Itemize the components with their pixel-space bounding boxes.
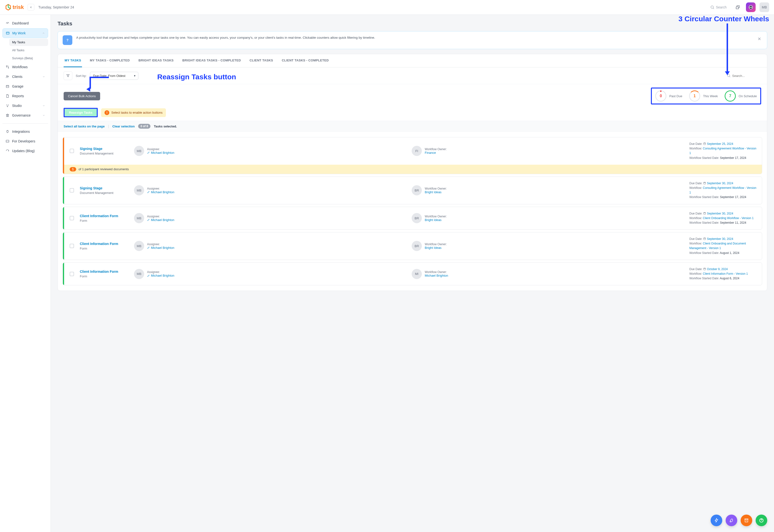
search-input[interactable]: [732, 74, 761, 78]
sidebar-item-garage[interactable]: Garage: [2, 82, 48, 91]
task-card: Client Information FormFormMBAssignee: M…: [63, 262, 762, 286]
search-icon: [727, 74, 731, 78]
cancel-bulk-button[interactable]: Cancel Bulk Actions: [64, 92, 100, 100]
svg-rect-13: [704, 182, 706, 184]
global-search[interactable]: Search: [707, 4, 729, 11]
inline-search[interactable]: [727, 74, 761, 78]
sidebar-item-reports[interactable]: Reports: [2, 91, 48, 101]
owner-link[interactable]: Bright Ideas: [425, 190, 447, 194]
assignee-link[interactable]: Michael Brighton: [147, 246, 174, 250]
sidebar-item-developers[interactable]: For Developers: [2, 137, 48, 146]
sort-label: Sort by:: [76, 74, 87, 78]
workflow-link[interactable]: Client Information Form - Version 1: [703, 272, 748, 275]
fab-lightning[interactable]: [711, 515, 722, 526]
task-checkbox[interactable]: [70, 149, 74, 153]
chevron-down-icon: [42, 114, 45, 117]
counter-circle: 1: [689, 90, 700, 102]
svg-point-3: [751, 7, 752, 8]
counter-pastdue[interactable]: 0 Past Due: [655, 90, 682, 102]
sidebar-sub-mytasks[interactable]: My Tasks: [9, 38, 48, 46]
assignee-avatar: MB: [134, 185, 144, 195]
due-date-link[interactable]: September 30, 2024: [707, 212, 733, 215]
tab-client-completed[interactable]: CLIENT TASKS - COMPLETED: [281, 54, 330, 67]
participant-row: 1of 1 participant reviewed documents: [63, 165, 762, 174]
tab-brightideas[interactable]: BRIGHT IDEAS TASKS: [138, 54, 175, 67]
owner-avatar: BR: [412, 241, 422, 251]
user-avatar[interactable]: MB: [759, 2, 769, 12]
clear-selection-link[interactable]: Clear selection: [112, 125, 135, 128]
owner-link[interactable]: Bright Ideas: [425, 218, 447, 222]
sidebar-sub-surveys[interactable]: Surveys (Beta): [9, 54, 48, 62]
svg-point-11: [728, 74, 730, 77]
counter-thisweek[interactable]: 1 This Week: [689, 90, 718, 102]
sidebar-label: Dashboard: [12, 21, 29, 25]
tab-brightideas-completed[interactable]: BRIGHT IDEAS TASKS - COMPLETED: [181, 54, 242, 67]
owner-label: Workflow Owner:: [425, 187, 447, 190]
fab-rocket[interactable]: [726, 515, 737, 526]
sidebar-label: Updates (Blog): [12, 149, 35, 153]
chat-button[interactable]: [733, 3, 742, 12]
sidebar-label: Clients: [12, 75, 22, 79]
sidebar-label: Integrations: [12, 130, 30, 133]
sidebar-collapse-button[interactable]: [28, 4, 34, 11]
participant-text: of 1 participant reviewed documents: [79, 167, 129, 171]
current-date: Tuesday, September 24: [38, 5, 74, 9]
brand-logo[interactable]: trisk: [5, 4, 24, 11]
workflow-link[interactable]: Consulting Agreement Workflow - Version …: [689, 147, 756, 155]
task-title-link[interactable]: Signing Stage: [80, 147, 128, 151]
counter-onschedule[interactable]: 7 On Schedule: [725, 90, 757, 102]
assignee-link[interactable]: Michael Brighton: [147, 190, 174, 194]
workflow-link[interactable]: Client Onboarding Workflow - Version 1: [703, 216, 754, 220]
task-checkbox[interactable]: [70, 244, 74, 248]
sidebar-item-studio[interactable]: Studio: [2, 101, 48, 110]
sidebar-sub-alltasks[interactable]: All Tasks: [9, 46, 48, 54]
close-banner-button[interactable]: ✕: [757, 35, 762, 43]
due-date-link[interactable]: September 30, 2024: [707, 182, 733, 185]
workflow-link[interactable]: Consulting Agreement Workflow - Version …: [689, 186, 756, 194]
tab-mytasks[interactable]: MY TASKS: [64, 54, 82, 67]
owner-link[interactable]: Finance: [425, 151, 447, 155]
task-title-link[interactable]: Client Information Form: [80, 270, 128, 273]
assignee-link[interactable]: Michael Brighton: [147, 218, 174, 222]
tab-client[interactable]: CLIENT TASKS: [249, 54, 274, 67]
sort-select-wrap[interactable]: Due Date: From Oldest: [90, 72, 138, 80]
sidebar-item-clients[interactable]: Clients: [2, 72, 48, 81]
owner-link[interactable]: Michael Brighton: [425, 274, 448, 277]
fab-help[interactable]: [756, 515, 767, 526]
svg-rect-15: [704, 238, 706, 240]
owner-link[interactable]: Bright Ideas: [425, 246, 447, 250]
reassign-button[interactable]: Reassign Tasks: [64, 108, 98, 117]
sidebar-label: Workflows: [12, 65, 28, 69]
task-list: Signing StageDocument ManagementMBAssign…: [58, 132, 767, 291]
task-title-link[interactable]: Client Information Form: [80, 214, 128, 218]
info-banner: ? A productivity tool that organizes and…: [58, 31, 767, 49]
sidebar-item-updates[interactable]: Updates (Blog): [2, 146, 48, 155]
warning-icon: !: [104, 110, 109, 115]
filter-button[interactable]: [64, 71, 72, 80]
task-title-link[interactable]: Client Information Form: [80, 242, 128, 246]
assignee-label: Assignee:: [147, 243, 174, 246]
sidebar-item-dashboard[interactable]: Dashboard: [2, 19, 48, 28]
task-checkbox[interactable]: [70, 188, 74, 192]
sort-select[interactable]: Due Date: From Oldest: [90, 72, 138, 80]
sidebar-item-mywork[interactable]: My Work: [2, 28, 48, 38]
sidebar-item-workflows[interactable]: Workflows: [2, 62, 48, 72]
task-title-link[interactable]: Signing Stage: [80, 186, 128, 190]
due-date-link[interactable]: September 25, 2024: [707, 142, 733, 146]
task-checkbox[interactable]: [70, 216, 74, 220]
sidebar-item-integrations[interactable]: Integrations: [2, 127, 48, 136]
assignee-link[interactable]: Michael Brighton: [147, 151, 174, 155]
select-all-link[interactable]: Select all tasks on the page: [64, 125, 105, 128]
fab-archive[interactable]: [741, 515, 752, 526]
workflow-link[interactable]: Client Onboarding and Document Managemen…: [689, 242, 746, 250]
ai-bot-button[interactable]: [746, 2, 756, 12]
task-card: Client Information FormFormMBAssignee: M…: [63, 232, 762, 260]
due-date-link[interactable]: September 30, 2024: [707, 237, 733, 241]
task-checkbox[interactable]: [70, 272, 74, 276]
tab-mytasks-completed[interactable]: MY TASKS - COMPLETED: [89, 54, 131, 67]
counter-circle: 7: [725, 90, 736, 102]
due-date-link[interactable]: October 9, 2024: [707, 267, 728, 271]
task-meta: Due Date: September 25, 2024Workflow: Co…: [689, 142, 757, 160]
assignee-link[interactable]: Michael Brighton: [147, 274, 174, 277]
sidebar-item-governance[interactable]: Governance: [2, 111, 48, 120]
